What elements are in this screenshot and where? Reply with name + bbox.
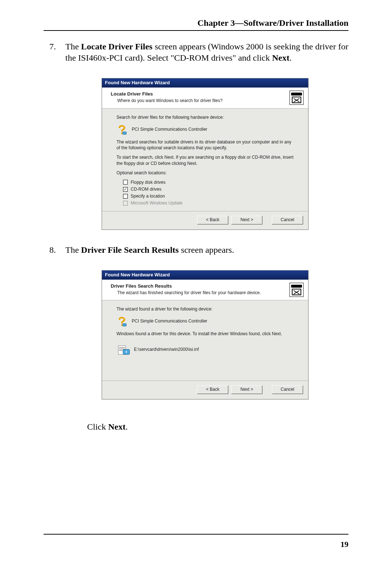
svg-rect-9 [123,324,126,326]
body-text: The wizard searches for suitable drivers… [117,139,294,151]
next-button[interactable]: Next > [231,216,262,224]
dialog-button-row: < Back Next > Cancel [102,211,308,230]
body-text: Windows found a driver for this device. … [117,331,294,337]
svg-rect-1 [291,93,302,96]
checkbox-icon [123,201,128,206]
dialog-header: Locate Driver Files Where do you want Wi… [102,88,308,108]
question-mark-icon [117,124,127,135]
checkbox-label: Specify a location [131,193,165,199]
hardware-wizard-icon [289,283,304,297]
body-text: The wizard found a driver for the follow… [117,306,294,312]
checkbox-icon [123,194,128,199]
dialog-body: The wizard found a driver for the follow… [102,300,308,380]
body-text: To start the search, click Next. If you … [117,154,294,166]
dialog-locate-driver-files: Found New Hardware Wizard Locate Driver … [102,78,309,230]
driver-path: E:\servcard\drivers\win2000\isi.inf [134,346,199,352]
next-button[interactable]: Next > [231,385,262,394]
checkbox-label: CD-ROM drives [131,186,162,192]
back-button[interactable]: < Back [197,385,228,394]
checkbox-msupdate: Microsoft Windows Update [123,200,294,206]
dialog-driver-search-results: Found New Hardware Wizard Driver Files S… [102,270,309,399]
svg-rect-11 [119,347,125,348]
step-7: 7. The Locate Driver Files screen appear… [44,41,348,230]
checkbox-floppy[interactable]: Floppy disk drives [123,179,294,185]
body-text: Search for driver files for the followin… [117,114,294,120]
step-number: 8. [49,244,56,256]
dialog-body: Search for driver files for the followin… [102,109,308,211]
dialog-heading: Driver Files Search Results [111,283,303,289]
hardware-wizard-icon [289,90,304,105]
footer-rule [44,534,348,535]
back-button[interactable]: < Back [197,216,228,224]
cancel-button[interactable]: Cancel [272,216,303,224]
step-text: The Driver File Search Results screen ap… [65,245,234,255]
click-next-text: Click Next. [87,421,348,433]
dialog-subheading: The wizard has finished searching for dr… [117,290,303,296]
checkbox-label: Microsoft Windows Update [131,200,183,206]
dialog-titlebar: Found New Hardware Wizard [102,78,308,88]
dialog-subheading: Where do you want Windows to search for … [117,98,303,104]
checkbox-label: Floppy disk drives [131,179,166,185]
body-text: Optional search locations: [117,170,294,176]
page-number: 19 [44,540,348,549]
checkbox-icon: ✓ [123,187,128,192]
svg-rect-4 [123,132,126,134]
cancel-button[interactable]: Cancel [272,385,303,394]
svg-point-15 [126,351,127,353]
step-number: 7. [49,41,56,52]
question-mark-icon [117,316,127,326]
checkbox-icon [123,180,128,184]
dialog-titlebar: Found New Hardware Wizard [102,271,308,280]
svg-rect-6 [291,285,302,288]
checkbox-cdrom[interactable]: ✓ CD-ROM drives [123,186,294,192]
dialog-header: Driver Files Search Results The wizard h… [102,280,308,300]
dialog-heading: Locate Driver Files [111,91,303,97]
device-name: PCI Simple Communications Controller [132,318,207,324]
svg-rect-13 [119,350,123,351]
inf-file-icon [118,344,130,355]
device-name: PCI Simple Communications Controller [132,126,207,132]
chapter-header: Chapter 3—Software/Driver Installation [44,18,348,31]
step-text: The Locate Driver Files screen appears (… [65,42,348,62]
step-8: 8. The Driver File Search Results screen… [44,244,348,433]
dialog-button-row: < Back Next > Cancel [102,381,308,399]
checkbox-specify[interactable]: Specify a location [123,193,294,199]
